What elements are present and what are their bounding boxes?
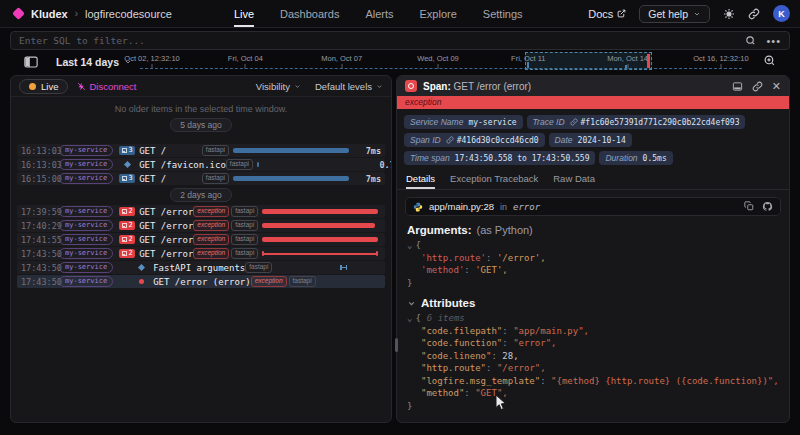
span-count-badge[interactable]: 2 <box>119 207 135 217</box>
span-detail-header: Span: GET /error (error) ✕ <box>397 76 789 96</box>
user-avatar[interactable]: K <box>773 5 790 22</box>
disconnect-label: Disconnect <box>89 81 136 92</box>
sun-icon <box>723 8 735 20</box>
trace-time: 16:13:03 <box>21 146 57 156</box>
live-label: Live <box>41 81 58 92</box>
code-line: } <box>407 400 779 413</box>
trace-row[interactable]: 16:13:03my-service3GET /fastapi7ms <box>17 144 385 157</box>
meta-chip-duration[interactable]: Duration0.5ms <box>599 151 672 165</box>
trace-row[interactable]: 17:41:55my-service2GET /errorexceptionfa… <box>17 233 385 246</box>
python-icon <box>413 202 423 212</box>
meta-chip-time-span[interactable]: Time span17:43:50.558 to 17:43:50.559 <box>404 151 595 165</box>
span-diamond-icon <box>124 161 131 168</box>
nav-tab-explore[interactable]: Explore <box>420 0 457 27</box>
visibility-dropdown[interactable]: Visibility <box>256 81 301 92</box>
gantt-lane <box>262 233 378 246</box>
trace-row[interactable]: 17:40:29my-service2GET /errorexceptionfa… <box>17 219 385 232</box>
gantt-lane <box>262 219 378 232</box>
magnifier-plus-icon <box>763 54 776 67</box>
nav-tab-settings[interactable]: Settings <box>483 0 523 27</box>
span-count-badge[interactable]: 3 <box>119 174 135 184</box>
timeline-selection[interactable] <box>525 52 651 70</box>
copy-link-icon[interactable] <box>752 81 763 92</box>
levels-dropdown[interactable]: Default levels <box>315 81 383 92</box>
zoom-in-button[interactable] <box>763 54 776 67</box>
visibility-label: Visibility <box>256 81 290 92</box>
search-icon[interactable] <box>745 35 756 46</box>
trace-row[interactable]: 17:39:59my-service2GET /errorexceptionfa… <box>17 205 385 218</box>
code-in-label: in <box>500 202 507 212</box>
nav-tab-alerts[interactable]: Alerts <box>365 0 393 27</box>
github-icon[interactable] <box>762 201 773 212</box>
sql-filter-input[interactable] <box>19 35 745 46</box>
breadcrumb-project[interactable]: logfirecodesource <box>85 8 172 20</box>
external-link-icon <box>617 9 626 18</box>
code-line: } <box>407 277 779 290</box>
nav-tab-dashboards[interactable]: Dashboards <box>280 0 339 27</box>
span-duration: 7ms <box>349 146 381 156</box>
timeline[interactable]: Oct 02, 12:32:10Fri, Oct 04Mon, Oct 07We… <box>140 52 742 72</box>
span-count-badge[interactable]: 2 <box>119 221 135 231</box>
duration-tick <box>340 265 347 270</box>
get-help-label: Get help <box>648 8 688 20</box>
nav-tab-live[interactable]: Live <box>234 0 254 27</box>
trace-row[interactable]: 17:43:50my-serviceGET /error (error)exce… <box>17 275 385 288</box>
span-count-badge[interactable]: 2 <box>119 235 135 245</box>
breadcrumb-org[interactable]: Kludex <box>31 8 68 20</box>
more-options-button[interactable]: ••• <box>766 37 781 45</box>
live-toggle[interactable]: Live <box>19 79 68 94</box>
trace-row[interactable]: 17:43:50my-service2GET /errorexceptionfa… <box>17 247 385 260</box>
share-link-button[interactable] <box>748 8 760 20</box>
get-help-button[interactable]: Get help <box>639 5 710 23</box>
meta-chip-trace-id[interactable]: Trace ID#f1c60e57391d771c290c0b22cd4ef09… <box>527 115 746 129</box>
span-name: GET /error (error) <box>153 277 251 287</box>
trace-row[interactable]: 16:15:00my-service3GET /fastapi7ms <box>17 172 385 185</box>
attributes-heading[interactable]: Attributes <box>397 293 789 311</box>
arguments-code: ⌄{'http.route': '/error','method': 'GET'… <box>397 238 789 293</box>
detail-tab-raw-data[interactable]: Raw Data <box>553 170 595 189</box>
meta-chip-date[interactable]: Date2024-10-14 <box>549 133 632 147</box>
collapse-icon <box>122 237 127 242</box>
error-dot-icon <box>139 279 144 284</box>
link-icon <box>446 136 454 144</box>
trace-time: 17:40:29 <box>21 221 57 231</box>
tag-exception: exception <box>193 220 229 231</box>
span-name: GET /favicon.ico <box>139 160 226 170</box>
theme-toggle-button[interactable] <box>723 8 735 20</box>
meta-chip-span-id[interactable]: Span ID#416d30c0ccd46cd0 <box>404 133 545 147</box>
service-pill: my-service <box>59 220 113 231</box>
timeline-tick <box>152 64 153 69</box>
tag-fastapi: fastapi <box>226 159 253 170</box>
timeline-baseline <box>140 68 742 69</box>
trace-row[interactable]: 17:43:50my-serviceFastAPI argumentsfasta… <box>17 261 385 274</box>
span-count-badge[interactable]: 2 <box>119 249 135 259</box>
code-file-line[interactable]: app/main.py:28 <box>429 201 494 212</box>
time-range-dropdown[interactable]: Last 14 days <box>56 56 132 68</box>
panel-resize-handle[interactable] <box>395 338 398 352</box>
close-icon[interactable]: ✕ <box>772 81 781 91</box>
live-view-header: Live Disconnect Visibility Default level… <box>11 76 391 97</box>
arguments-title: Arguments: <box>407 224 472 236</box>
trace-row[interactable]: 16:13:03my-serviceGET /favicon.icofastap… <box>17 158 385 171</box>
tag-fastapi: fastapi <box>231 220 258 231</box>
tag-exception: exception <box>251 276 287 287</box>
dock-panel-icon[interactable] <box>732 81 743 92</box>
disconnect-button[interactable]: Disconnect <box>77 81 136 92</box>
trace-time: 17:43:50 <box>21 263 57 273</box>
span-count-badge[interactable]: 3 <box>119 146 135 156</box>
sidebar-toggle-button[interactable] <box>24 56 38 68</box>
code-location-bar: app/main.py:28 in error <box>405 197 781 216</box>
tag-fastapi: fastapi <box>289 276 316 287</box>
span-meta-chips: Service Namemy-serviceTrace ID#f1c60e573… <box>397 109 789 170</box>
collapse-icon <box>122 251 127 256</box>
chip-value: 2024-10-14 <box>578 136 626 145</box>
detail-tab-exception-traceback[interactable]: Exception Traceback <box>450 170 538 189</box>
docs-link[interactable]: Docs <box>588 8 626 20</box>
copy-icon[interactable] <box>744 201 754 211</box>
collapse-icon <box>122 148 127 153</box>
meta-chip-service-name[interactable]: Service Namemy-service <box>404 115 523 129</box>
gantt-lane <box>233 144 349 157</box>
detail-tab-details[interactable]: Details <box>406 170 435 189</box>
tag-fastapi: fastapi <box>231 248 258 259</box>
tag-fastapi: fastapi <box>202 145 229 156</box>
